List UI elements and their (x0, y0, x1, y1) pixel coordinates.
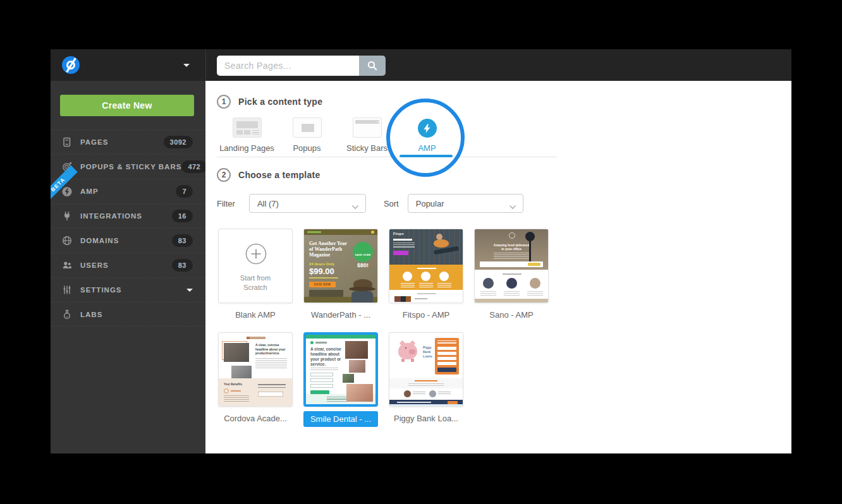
settings-expand-caret-icon[interactable] (186, 289, 193, 292)
sidebar-item-users[interactable]: USERS 83 (51, 253, 205, 277)
decor-form-input (437, 357, 456, 360)
decor-headline-line (393, 239, 412, 241)
decor-text-lines (310, 368, 338, 371)
template-thumbnail[interactable]: Start from Scratch (218, 229, 293, 303)
plus-icon (245, 243, 267, 265)
filter-sort-row: Filter All (7) Sort Popular (217, 194, 523, 213)
decor-question-lines (258, 384, 286, 388)
main-content: 1 Pick a content type Landing Pages Popu… (205, 81, 791, 453)
decor-text-lines (408, 383, 444, 387)
search-input[interactable] (217, 56, 359, 76)
template-card-blank-amp[interactable]: Start from Scratch Blank AMP (218, 229, 293, 320)
template-thumbnail[interactable]: Piggy Bank Loans (389, 332, 463, 407)
decor-person-brim (349, 287, 375, 291)
template-name: Cordova Acade... (218, 414, 293, 423)
pages-icon (62, 137, 72, 147)
topbar-divider (205, 49, 206, 81)
sidebar-item-domains[interactable]: DOMAINS 83 (51, 228, 205, 253)
decor-photo-circle (530, 278, 540, 289)
filter-label: Filter (217, 199, 235, 208)
content-type-label: Sticky Bars (337, 143, 397, 153)
decor-pig-snout (409, 349, 415, 354)
template-card-sano[interactable]: Amazing food delivered to your office (474, 229, 549, 320)
template-card-cordova[interactable]: A clear, concise headline about your pro… (218, 332, 293, 427)
flask-icon (62, 309, 72, 320)
decor-input (310, 384, 333, 388)
top-bar (51, 49, 791, 81)
step-pick-content-type: 1 Pick a content type (217, 95, 322, 109)
amp-icon (418, 119, 437, 138)
template-thumbnail[interactable]: A clear, concise headline about your pro… (303, 332, 378, 407)
template-name: Sano - AMP (474, 310, 549, 320)
decor-text-lines (480, 291, 496, 296)
create-new-button[interactable]: Create New (60, 95, 194, 116)
step-number-badge: 1 (217, 95, 231, 109)
decor-input (310, 373, 333, 376)
decor-text-lines (504, 291, 520, 296)
sticky-bar-icon (353, 117, 382, 138)
step-title: Pick a content type (238, 97, 322, 107)
wanderpath-price: $99.00 (309, 267, 334, 276)
amp-bolt-icon (62, 186, 72, 196)
decor-logo-dot (310, 341, 314, 344)
content-type-sticky-bars[interactable]: Sticky Bars (337, 116, 397, 153)
sort-value: Popular (416, 199, 444, 208)
decor-text-lines (494, 253, 529, 259)
template-card-smile-dental[interactable]: A clear, concise headline about your pro… (303, 332, 378, 427)
sidebar-item-integrations[interactable]: INTEGRATIONS 16 (51, 203, 205, 228)
sidebar-item-label: USERS (80, 261, 172, 269)
content-type-amp[interactable]: AMP (397, 116, 457, 153)
decor-text-lines (438, 392, 451, 395)
fitspo-brand: Fitspo (393, 232, 404, 236)
decor-athlete-shirt (434, 239, 449, 248)
sidebar-item-pages[interactable]: PAGES 3092 (51, 129, 205, 154)
template-thumbnail[interactable]: Get Another Year of WanderPath Magazine … (303, 229, 378, 303)
decor-footer (475, 299, 548, 303)
pages-count-badge: 3092 (164, 136, 193, 148)
decor-dot (371, 231, 374, 234)
sidebar-nav: PAGES 3092 POPUPS & STICKY BARS 472 BETA… (51, 129, 205, 327)
decor-person-body (351, 291, 373, 303)
smile-headline: A clear, concise headline about your pro… (310, 347, 345, 368)
template-thumbnail[interactable]: Fitspo (389, 229, 463, 303)
decor-photo-circle (506, 278, 517, 289)
decor-logo (509, 232, 515, 239)
decor-photo (349, 360, 365, 373)
decor-text-lines (419, 283, 433, 288)
sidebar-item-settings[interactable]: SETTINGS (51, 277, 205, 302)
sidebar-item-labs[interactable]: LABS (51, 302, 205, 327)
search-bar (217, 56, 386, 76)
template-thumbnail[interactable]: Amazing food delivered to your office (474, 229, 549, 303)
decor-photo-strip (394, 296, 411, 302)
template-name: Piggy Bank Loa... (389, 414, 463, 423)
sidebar: Create New PAGES 3092 POPUPS & STICKY BA… (51, 81, 205, 453)
decor-logo-text (315, 342, 327, 344)
decor-mid-title (417, 268, 436, 269)
template-row: A clear, concise headline about your pro… (218, 332, 549, 427)
template-card-fitspo[interactable]: Fitspo (389, 229, 463, 320)
decor-circle (439, 272, 449, 281)
sidebar-item-label: PAGES (80, 138, 164, 146)
decor-text-lines (393, 243, 415, 248)
filter-value: All (7) (257, 199, 279, 208)
sidebar-item-label: INTEGRATIONS (80, 212, 172, 220)
sano-headline: Amazing food delivered to your office (492, 243, 530, 251)
globe-icon (62, 236, 72, 246)
template-thumbnail[interactable]: A clear, concise headline about your pro… (218, 332, 293, 407)
decor-form-header (437, 340, 456, 344)
decor-text-lines (255, 358, 287, 369)
sort-dropdown[interactable]: Popular (408, 194, 523, 213)
account-menu-caret-icon[interactable] (183, 64, 190, 67)
search-button[interactable] (359, 56, 386, 76)
content-type-landing-pages[interactable]: Landing Pages (217, 116, 277, 153)
filter-dropdown[interactable]: All (7) (249, 194, 366, 213)
template-card-piggy-bank[interactable]: Piggy Bank Loans (389, 332, 463, 427)
amp-selected-underline (400, 155, 453, 157)
content-type-popups[interactable]: Popups (277, 116, 337, 153)
template-card-wanderpath[interactable]: Get Another Year of WanderPath Magazine … (303, 229, 378, 320)
popups-count-badge: 472 (181, 160, 207, 173)
sidebar-item-amp[interactable]: BETA AMP 7 (51, 179, 205, 203)
content-type-label: Landing Pages (217, 143, 277, 153)
popup-icon (293, 117, 322, 138)
sidebar-item-label: DOMAINS (80, 237, 172, 244)
